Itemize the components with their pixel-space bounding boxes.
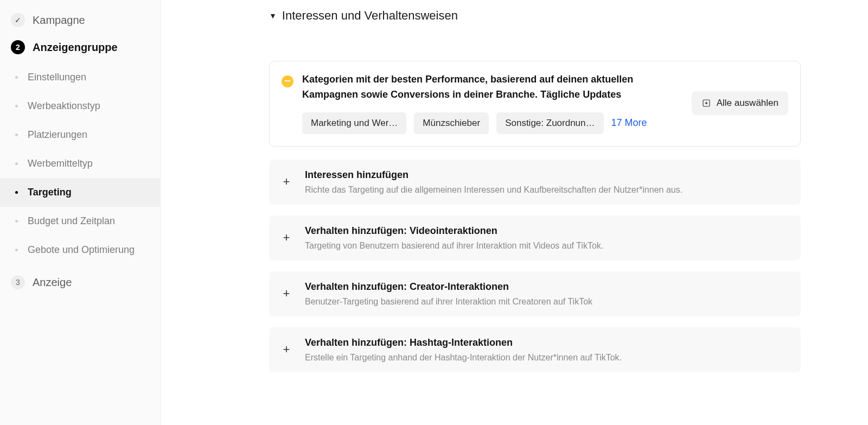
add-body: Verhalten hinzufügen: Videointeraktionen… bbox=[305, 225, 603, 251]
add-description: Richte das Targeting auf die allgemeinen… bbox=[305, 185, 682, 195]
add-title: Interessen hinzufügen bbox=[305, 169, 682, 181]
recommendation-tag[interactable]: Münzschieber bbox=[414, 112, 489, 134]
plus-icon: + bbox=[281, 175, 292, 189]
step-label: Kampagne bbox=[33, 14, 85, 27]
sidebar: ✓ Kampagne 2 Anzeigengruppe Einstellunge… bbox=[0, 0, 161, 425]
step-number-icon: 2 bbox=[11, 40, 25, 54]
sidebar-item-einstellungen[interactable]: Einstellungen bbox=[0, 63, 160, 92]
step-anzeigengruppe[interactable]: 2 Anzeigengruppe bbox=[0, 34, 160, 61]
bullet-icon bbox=[15, 76, 18, 79]
sub-items: Einstellungen Werbeaktionstyp Platzierun… bbox=[0, 61, 160, 269]
add-title: Verhalten hinzufügen: Videointeraktionen bbox=[305, 225, 603, 237]
check-icon: ✓ bbox=[11, 13, 25, 27]
step-anzeige[interactable]: 3 Anzeige bbox=[0, 269, 160, 296]
sidebar-item-werbeaktionstyp[interactable]: Werbeaktionstyp bbox=[0, 92, 160, 120]
content-column: Kategorien mit der besten Performance, b… bbox=[269, 61, 801, 372]
add-body: Verhalten hinzufügen: Hashtag-Interaktio… bbox=[305, 337, 622, 363]
select-all-icon bbox=[701, 98, 711, 108]
sidebar-item-werbemitteltyp[interactable]: Werbemitteltyp bbox=[0, 149, 160, 178]
recommendation-tag[interactable]: Marketing und Wer… bbox=[302, 112, 406, 134]
sidebar-item-label: Werbemitteltyp bbox=[28, 158, 93, 169]
recommendation-body: Kategorien mit der besten Performance, b… bbox=[302, 72, 672, 134]
add-interests-row[interactable]: + Interessen hinzufügen Richte das Targe… bbox=[269, 160, 801, 205]
add-description: Erstelle ein Targeting anhand der Hashta… bbox=[305, 353, 622, 363]
add-title: Verhalten hinzufügen: Hashtag-Interaktio… bbox=[305, 337, 622, 348]
add-description: Benutzer-Targeting basierend auf ihrer I… bbox=[305, 297, 592, 307]
sidebar-item-label: Budget und Zeitplan bbox=[28, 215, 115, 227]
section-header[interactable]: ▼ Interessen und Verhaltensweisen bbox=[269, 9, 846, 23]
lightbulb-icon bbox=[282, 75, 293, 87]
sidebar-item-label: Gebote und Optimierung bbox=[28, 244, 135, 256]
bullet-icon bbox=[15, 191, 18, 194]
add-hashtag-interactions-row[interactable]: + Verhalten hinzufügen: Hashtag-Interakt… bbox=[269, 327, 801, 372]
section-title: Interessen und Verhaltensweisen bbox=[282, 9, 458, 23]
bullet-icon bbox=[15, 162, 18, 165]
sidebar-item-label: Platzierungen bbox=[28, 129, 87, 141]
add-video-interactions-row[interactable]: + Verhalten hinzufügen: Videointeraktion… bbox=[269, 215, 801, 261]
recommendation-card: Kategorien mit der besten Performance, b… bbox=[269, 61, 801, 147]
add-body: Interessen hinzufügen Richte das Targeti… bbox=[305, 169, 682, 195]
step-label: Anzeige bbox=[33, 276, 72, 289]
sidebar-item-budget[interactable]: Budget und Zeitplan bbox=[0, 207, 160, 236]
recommendation-tag[interactable]: Sonstige: Zuordnun… bbox=[496, 112, 603, 134]
step-label: Anzeigengruppe bbox=[33, 41, 118, 54]
sidebar-item-gebote[interactable]: Gebote und Optimierung bbox=[0, 236, 160, 264]
more-link[interactable]: 17 More bbox=[611, 117, 647, 129]
add-body: Verhalten hinzufügen: Creator-Interaktio… bbox=[305, 281, 592, 307]
sidebar-item-targeting[interactable]: Targeting bbox=[0, 178, 160, 207]
bullet-icon bbox=[15, 134, 18, 136]
add-creator-interactions-row[interactable]: + Verhalten hinzufügen: Creator-Interakt… bbox=[269, 271, 801, 316]
step-number-icon: 3 bbox=[11, 275, 25, 289]
main-content: ▼ Interessen und Verhaltensweisen Katego… bbox=[161, 0, 868, 425]
caret-down-icon: ▼ bbox=[269, 11, 277, 20]
sidebar-item-label: Einstellungen bbox=[28, 72, 86, 83]
sidebar-item-platzierungen[interactable]: Platzierungen bbox=[0, 120, 160, 149]
bullet-icon bbox=[15, 249, 18, 251]
recommendation-tags: Marketing und Wer… Münzschieber Sonstige… bbox=[302, 112, 672, 134]
plus-icon: + bbox=[281, 287, 292, 301]
bullet-icon bbox=[15, 220, 18, 223]
select-all-button[interactable]: Alle auswählen bbox=[692, 91, 788, 115]
sidebar-item-label: Targeting bbox=[28, 187, 72, 198]
plus-icon: + bbox=[281, 342, 292, 357]
recommendation-text: Kategorien mit der besten Performance, b… bbox=[302, 72, 672, 103]
bullet-icon bbox=[15, 105, 18, 107]
add-title: Verhalten hinzufügen: Creator-Interaktio… bbox=[305, 281, 592, 293]
plus-icon: + bbox=[281, 231, 292, 245]
sidebar-item-label: Werbeaktionstyp bbox=[28, 100, 100, 112]
add-description: Targeting von Benutzern basierend auf ih… bbox=[305, 241, 603, 251]
select-all-label: Alle auswählen bbox=[717, 98, 778, 109]
step-kampagne[interactable]: ✓ Kampagne bbox=[0, 7, 160, 34]
